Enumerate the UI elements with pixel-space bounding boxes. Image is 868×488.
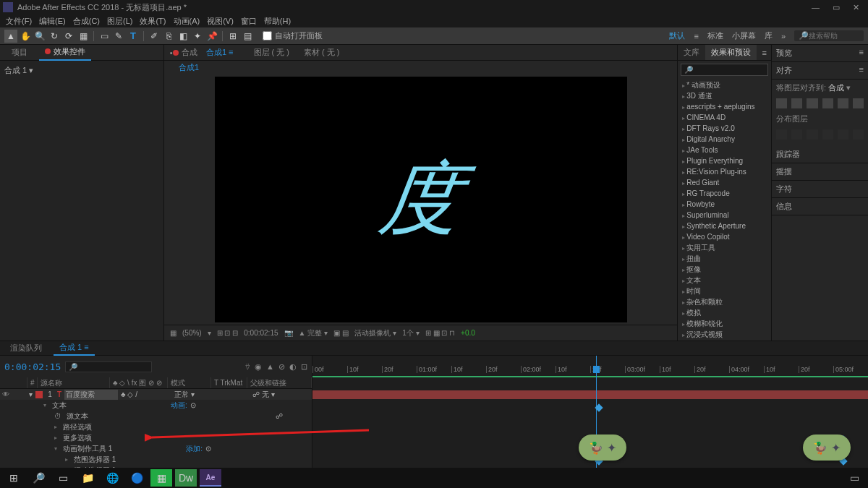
orbit-tool[interactable]: ↻: [48, 30, 61, 43]
info-panel-header[interactable]: 信息: [776, 201, 792, 212]
effect-category[interactable]: Rowbyte: [679, 200, 770, 210]
pen-tool[interactable]: ✎: [112, 30, 125, 43]
project-tab[interactable]: 项目: [6, 45, 33, 60]
workspace-small[interactable]: 小屏幕: [732, 30, 756, 41]
rect-tool[interactable]: ▭: [98, 30, 111, 43]
visibility-toggle[interactable]: 👁: [1, 390, 10, 398]
tl-icon[interactable]: ⍢: [245, 362, 250, 372]
roto-tool[interactable]: ✦: [191, 30, 204, 43]
after-effects-taskbar-icon[interactable]: Ae: [200, 469, 221, 487]
mag-icon[interactable]: ▦: [170, 329, 176, 337]
effect-controls-tab[interactable]: 效果控件: [39, 44, 91, 61]
effect-category[interactable]: Red Giant: [679, 178, 770, 189]
effect-category[interactable]: 杂色和颗粒: [679, 297, 770, 308]
effect-category[interactable]: Digital Anarchy: [679, 134, 770, 145]
start-button[interactable]: ⊞: [3, 469, 25, 487]
effect-category[interactable]: 文本: [679, 275, 770, 286]
help-search-input[interactable]: [809, 32, 859, 40]
views-dropdown[interactable]: 1个 ▾: [402, 328, 420, 338]
blend-mode-dropdown[interactable]: 正常 ▾: [174, 390, 210, 400]
app-icon[interactable]: ▦: [150, 469, 172, 487]
snap-tool[interactable]: ⊞: [226, 30, 239, 43]
effect-category[interactable]: aescripts + aeplugins: [679, 102, 770, 113]
render-queue-tab[interactable]: 渲染队列: [4, 341, 48, 355]
label-color[interactable]: [35, 391, 43, 398]
align-to-dropdown[interactable]: 合成: [828, 83, 844, 92]
prop-animator[interactable]: ▾动画制作工具 1添加: ⊙: [0, 443, 312, 454]
tracker-panel-header[interactable]: 跟踪器: [776, 149, 800, 160]
app-icon[interactable]: Dw: [175, 469, 197, 487]
tl-icon[interactable]: ⊘: [278, 362, 285, 372]
menu-animation[interactable]: 动画(A): [171, 15, 203, 27]
grid-tool[interactable]: ▤: [241, 30, 254, 43]
zoom-value[interactable]: (50%): [182, 329, 202, 337]
prop-range-selector[interactable]: ▸范围选择器 1: [0, 454, 312, 465]
text-layer-glyph[interactable]: 度: [373, 145, 468, 253]
tl-icon[interactable]: ⊡: [301, 362, 307, 372]
panel-menu-icon[interactable]: ≡: [859, 48, 864, 59]
autoopen-checkbox[interactable]: [263, 31, 272, 40]
footer-tc[interactable]: 0:00:02:15: [244, 329, 278, 337]
type-tool[interactable]: T: [127, 30, 140, 43]
effect-category[interactable]: RG Trapcode: [679, 189, 770, 200]
effect-category[interactable]: * 动画预设: [679, 80, 770, 91]
workspace-default[interactable]: 默认: [669, 30, 685, 41]
puppet-tool[interactable]: 📌: [205, 30, 218, 43]
menu-file[interactable]: 文件(F): [3, 15, 35, 27]
effect-category[interactable]: 模拟: [679, 308, 770, 319]
effect-category[interactable]: 沉浸式视频: [679, 330, 770, 341]
system-tray[interactable]: ▭: [850, 472, 865, 484]
clone-tool[interactable]: ⎘: [162, 30, 175, 43]
zoom-tool[interactable]: 🔍: [33, 30, 46, 43]
camera-tool[interactable]: ▦: [77, 30, 90, 43]
effect-category[interactable]: 时间: [679, 286, 770, 297]
effect-category[interactable]: CINEMA 4D: [679, 113, 770, 124]
menu-effect[interactable]: 效果(T): [137, 15, 169, 27]
footage-tab[interactable]: 素材 ( 无 ): [304, 47, 340, 58]
effects-list[interactable]: * 动画预设3D 通道aescripts + aepluginsCINEMA 4…: [678, 79, 771, 341]
menu-comp[interactable]: 合成(C): [70, 15, 103, 27]
layer-row[interactable]: 👁 ▾ 1 T 百度搜索 ♣ ◇ / 正常 ▾ ☍ 无 ▾: [0, 389, 312, 400]
search-button[interactable]: 🔎: [27, 469, 49, 487]
hand-tool[interactable]: ✋: [19, 30, 32, 43]
app-icon[interactable]: 🌐: [101, 469, 123, 487]
wiggle-panel-header[interactable]: 摇摆: [776, 166, 792, 177]
effects-search-input[interactable]: [681, 64, 768, 76]
prop-more-options[interactable]: ▸更多选项: [0, 432, 312, 443]
effect-category[interactable]: Superluminal: [679, 210, 770, 221]
comp-tab[interactable]: 合成1 ≡: [200, 45, 239, 60]
explorer-icon[interactable]: 📁: [77, 469, 98, 487]
camera-dropdown[interactable]: 活动摄像机 ▾: [354, 328, 396, 338]
current-timecode[interactable]: 0:00:02:15: [4, 361, 61, 372]
taskview-button[interactable]: ▭: [52, 469, 74, 487]
close-button[interactable]: ✕: [853, 3, 859, 12]
tl-icon[interactable]: ◉: [255, 362, 262, 372]
panel-menu-icon[interactable]: ≡: [762, 48, 771, 57]
menu-help[interactable]: 帮助(H): [261, 15, 294, 27]
effect-category[interactable]: 扭曲: [679, 254, 770, 265]
parent-dropdown[interactable]: 无: [262, 390, 269, 398]
selection-tool[interactable]: ▲: [4, 30, 17, 43]
maximize-button[interactable]: ▭: [833, 3, 840, 12]
app-icon[interactable]: 🔵: [126, 469, 148, 487]
rotate-tool[interactable]: ⟳: [62, 30, 75, 43]
layer-name[interactable]: 百度搜索: [64, 390, 118, 400]
effect-category[interactable]: DFT Rays v2.0: [679, 124, 770, 134]
prop-path-options[interactable]: ▸路径选项: [0, 421, 312, 432]
menu-edit[interactable]: 编辑(E): [36, 15, 69, 27]
tl-icon[interactable]: ◐: [289, 362, 297, 372]
timeline-comp-tab[interactable]: 合成 1 ≡: [54, 341, 95, 356]
brush-tool[interactable]: ✐: [148, 30, 161, 43]
effects-presets-tab[interactable]: 效果和预设: [705, 45, 757, 60]
minimize-button[interactable]: —: [812, 3, 820, 12]
effect-category[interactable]: 实用工具: [679, 243, 770, 254]
effect-category[interactable]: 模糊和锐化: [679, 319, 770, 330]
comp-breadcrumb[interactable]: 合成1: [179, 62, 199, 73]
workspace-more[interactable]: »: [781, 32, 786, 40]
eraser-tool[interactable]: ◧: [176, 30, 190, 43]
effect-category[interactable]: Plugin Everything: [679, 156, 770, 167]
menu-layer[interactable]: 图层(L): [104, 15, 135, 27]
effect-category[interactable]: Synthetic Aperture: [679, 221, 770, 232]
menu-view[interactable]: 视图(V): [204, 15, 237, 27]
workspace-lib[interactable]: 库: [765, 30, 773, 41]
